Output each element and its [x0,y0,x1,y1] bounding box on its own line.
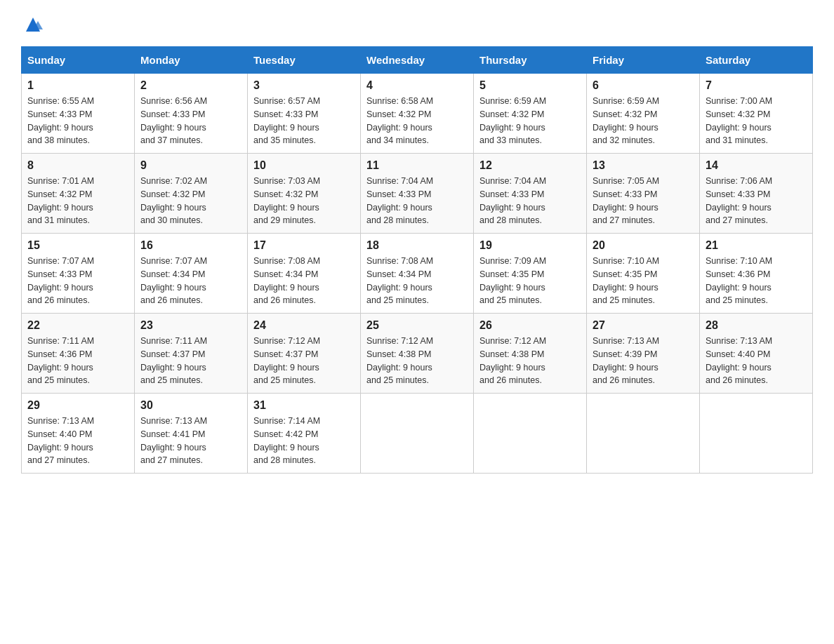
day-number: 7 [706,79,807,92]
calendar-cell: 2 Sunrise: 6:56 AM Sunset: 4:33 PM Dayli… [135,74,248,154]
calendar-cell: 11 Sunrise: 7:04 AM Sunset: 4:33 PM Dayl… [361,154,474,234]
weekday-header-wednesday: Wednesday [361,47,474,74]
weekday-header-thursday: Thursday [474,47,587,74]
day-number: 9 [140,159,241,172]
calendar-cell: 3 Sunrise: 6:57 AM Sunset: 4:33 PM Dayli… [248,74,361,154]
calendar-cell: 9 Sunrise: 7:02 AM Sunset: 4:32 PM Dayli… [135,154,248,234]
logo-area [21,14,45,32]
day-info: Sunrise: 7:07 AM Sunset: 4:34 PM Dayligh… [140,255,241,307]
calendar-cell: 10 Sunrise: 7:03 AM Sunset: 4:32 PM Dayl… [248,154,361,234]
calendar-cell: 30 Sunrise: 7:13 AM Sunset: 4:41 PM Dayl… [135,394,248,474]
day-number: 16 [140,239,241,252]
day-info: Sunrise: 7:12 AM Sunset: 4:37 PM Dayligh… [253,335,355,387]
day-info: Sunrise: 7:11 AM Sunset: 4:37 PM Dayligh… [140,335,241,387]
day-number: 8 [27,159,128,172]
day-number: 2 [140,79,241,92]
day-number: 12 [479,159,581,172]
weekday-header-tuesday: Tuesday [248,47,361,74]
day-info: Sunrise: 7:06 AM Sunset: 4:33 PM Dayligh… [706,175,807,227]
day-info: Sunrise: 7:08 AM Sunset: 4:34 PM Dayligh… [366,255,468,307]
day-number: 15 [27,239,128,252]
week-row-1: 1 Sunrise: 6:55 AM Sunset: 4:33 PM Dayli… [22,74,813,154]
calendar-cell [361,394,474,474]
week-row-4: 22 Sunrise: 7:11 AM Sunset: 4:36 PM Dayl… [22,314,813,394]
day-number: 10 [253,159,355,172]
calendar-cell [700,394,813,474]
page-header [21,14,813,32]
day-number: 25 [366,319,468,332]
day-info: Sunrise: 7:12 AM Sunset: 4:38 PM Dayligh… [366,335,468,387]
day-number: 21 [706,239,807,252]
day-info: Sunrise: 7:13 AM Sunset: 4:40 PM Dayligh… [27,415,128,467]
day-number: 23 [140,319,241,332]
day-number: 30 [140,399,241,412]
day-info: Sunrise: 7:05 AM Sunset: 4:33 PM Dayligh… [593,175,694,227]
calendar-cell: 22 Sunrise: 7:11 AM Sunset: 4:36 PM Dayl… [22,314,135,394]
day-number: 3 [253,79,355,92]
calendar-cell: 20 Sunrise: 7:10 AM Sunset: 4:35 PM Dayl… [587,234,700,314]
calendar-cell: 7 Sunrise: 7:00 AM Sunset: 4:32 PM Dayli… [700,74,813,154]
calendar-cell: 18 Sunrise: 7:08 AM Sunset: 4:34 PM Dayl… [361,234,474,314]
day-info: Sunrise: 7:13 AM Sunset: 4:40 PM Dayligh… [706,335,807,387]
day-number: 5 [479,79,581,92]
calendar-cell [474,394,587,474]
day-number: 22 [27,319,128,332]
day-info: Sunrise: 6:57 AM Sunset: 4:33 PM Dayligh… [253,95,355,147]
calendar-cell: 29 Sunrise: 7:13 AM Sunset: 4:40 PM Dayl… [22,394,135,474]
day-info: Sunrise: 7:13 AM Sunset: 4:41 PM Dayligh… [140,415,241,467]
calendar-cell: 12 Sunrise: 7:04 AM Sunset: 4:33 PM Dayl… [474,154,587,234]
calendar-cell: 28 Sunrise: 7:13 AM Sunset: 4:40 PM Dayl… [700,314,813,394]
calendar-cell: 31 Sunrise: 7:14 AM Sunset: 4:42 PM Dayl… [248,394,361,474]
day-info: Sunrise: 7:10 AM Sunset: 4:36 PM Dayligh… [706,255,807,307]
weekday-header-friday: Friday [587,47,700,74]
day-info: Sunrise: 7:11 AM Sunset: 4:36 PM Dayligh… [27,335,128,387]
day-info: Sunrise: 7:14 AM Sunset: 4:42 PM Dayligh… [253,415,355,467]
day-info: Sunrise: 7:02 AM Sunset: 4:32 PM Dayligh… [140,175,241,227]
day-info: Sunrise: 7:08 AM Sunset: 4:34 PM Dayligh… [253,255,355,307]
day-number: 4 [366,79,468,92]
calendar-cell: 17 Sunrise: 7:08 AM Sunset: 4:34 PM Dayl… [248,234,361,314]
day-number: 31 [253,399,355,412]
day-number: 26 [479,319,581,332]
calendar-cell: 25 Sunrise: 7:12 AM Sunset: 4:38 PM Dayl… [361,314,474,394]
day-number: 27 [593,319,694,332]
day-info: Sunrise: 7:09 AM Sunset: 4:35 PM Dayligh… [479,255,581,307]
weekday-header-row: SundayMondayTuesdayWednesdayThursdayFrid… [22,47,813,74]
weekday-header-monday: Monday [135,47,248,74]
calendar-cell: 1 Sunrise: 6:55 AM Sunset: 4:33 PM Dayli… [22,74,135,154]
day-number: 6 [593,79,694,92]
day-number: 14 [706,159,807,172]
calendar-cell: 26 Sunrise: 7:12 AM Sunset: 4:38 PM Dayl… [474,314,587,394]
calendar-cell [587,394,700,474]
day-info: Sunrise: 7:10 AM Sunset: 4:35 PM Dayligh… [593,255,694,307]
logo [21,14,45,35]
day-number: 1 [27,79,128,92]
day-info: Sunrise: 6:56 AM Sunset: 4:33 PM Dayligh… [140,95,241,147]
day-info: Sunrise: 6:59 AM Sunset: 4:32 PM Dayligh… [593,95,694,147]
week-row-3: 15 Sunrise: 7:07 AM Sunset: 4:33 PM Dayl… [22,234,813,314]
logo-icon [22,14,44,35]
calendar-cell: 15 Sunrise: 7:07 AM Sunset: 4:33 PM Dayl… [22,234,135,314]
calendar-cell: 8 Sunrise: 7:01 AM Sunset: 4:32 PM Dayli… [22,154,135,234]
day-info: Sunrise: 7:00 AM Sunset: 4:32 PM Dayligh… [706,95,807,147]
day-info: Sunrise: 7:01 AM Sunset: 4:32 PM Dayligh… [27,175,128,227]
calendar-cell: 13 Sunrise: 7:05 AM Sunset: 4:33 PM Dayl… [587,154,700,234]
week-row-5: 29 Sunrise: 7:13 AM Sunset: 4:40 PM Dayl… [22,394,813,474]
day-number: 17 [253,239,355,252]
calendar-cell: 6 Sunrise: 6:59 AM Sunset: 4:32 PM Dayli… [587,74,700,154]
day-number: 18 [366,239,468,252]
calendar-cell: 23 Sunrise: 7:11 AM Sunset: 4:37 PM Dayl… [135,314,248,394]
day-info: Sunrise: 7:07 AM Sunset: 4:33 PM Dayligh… [27,255,128,307]
day-number: 11 [366,159,468,172]
calendar-cell: 5 Sunrise: 6:59 AM Sunset: 4:32 PM Dayli… [474,74,587,154]
day-number: 24 [253,319,355,332]
day-info: Sunrise: 6:58 AM Sunset: 4:32 PM Dayligh… [366,95,468,147]
day-info: Sunrise: 6:59 AM Sunset: 4:32 PM Dayligh… [479,95,581,147]
day-number: 28 [706,319,807,332]
day-number: 13 [593,159,694,172]
day-info: Sunrise: 7:12 AM Sunset: 4:38 PM Dayligh… [479,335,581,387]
day-number: 20 [593,239,694,252]
day-number: 19 [479,239,581,252]
calendar-cell: 16 Sunrise: 7:07 AM Sunset: 4:34 PM Dayl… [135,234,248,314]
week-row-2: 8 Sunrise: 7:01 AM Sunset: 4:32 PM Dayli… [22,154,813,234]
